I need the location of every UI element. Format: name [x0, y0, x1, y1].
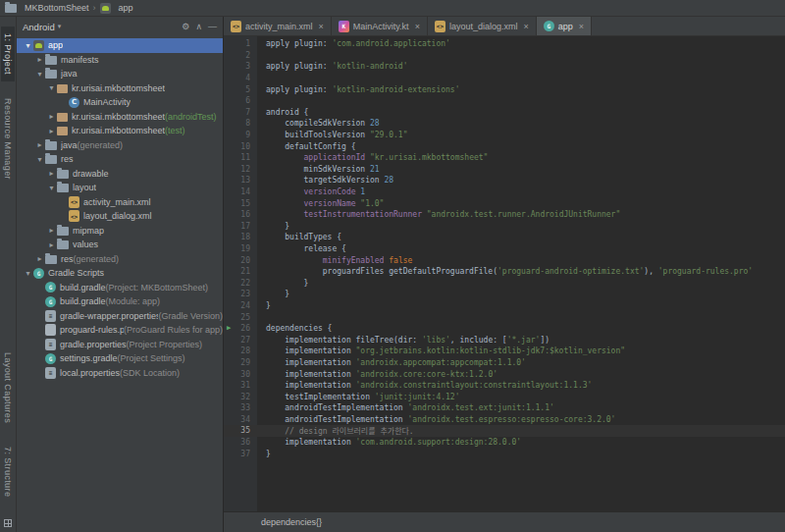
tree-item-res[interactable]: ▾res [17, 152, 223, 167]
editor-column: <>activity_main.xml×KMainActivity.kt×<>l… [224, 17, 785, 532]
code-line: 28 implementation "org.jetbrains.kotlin:… [224, 346, 785, 357]
settings-gear-icon[interactable]: ⚙ [182, 22, 189, 31]
chevron-right-icon[interactable]: ▸ [46, 240, 57, 249]
code-token: implementation [266, 358, 356, 367]
code-token: 'androidx.test.ext:junit:1.1.1' [408, 403, 554, 412]
line-number: 2 [224, 51, 257, 60]
tree-item-kr-urisai-mkbottomsheet-androidtest[interactable]: ▸kr.urisai.mkbottomsheet (androidTest) [17, 110, 223, 125]
properties-file-icon: ≡ [45, 310, 56, 322]
editor-tab-activity-main-xml[interactable]: <>activity_main.xml× [224, 17, 332, 35]
chevron-right-icon[interactable]: ▸ [34, 254, 45, 263]
tree-item-app[interactable]: ▾app [17, 38, 223, 53]
editor-tab-layout-dialog-xml[interactable]: <>layout_dialog.xml× [428, 17, 537, 35]
tree-item-java[interactable]: ▾java [17, 67, 223, 81]
tool-strip-button-7-structure[interactable]: 7: Structure [1, 440, 15, 504]
tool-strip-button-resource-manager[interactable]: Resource Manager [1, 91, 15, 186]
chevron-right-icon[interactable]: ▸ [34, 55, 45, 64]
chevron-right-icon[interactable]: ▸ [46, 112, 57, 121]
close-icon[interactable]: × [319, 22, 324, 31]
code-line-text: implementation 'androidx.constraintlayou… [257, 381, 592, 390]
tree-item-build-gradle-module-app[interactable]: Gbuild.gradle (Module: app) [17, 294, 223, 309]
tree-item-settings-gradle-project-settings[interactable]: Gsettings.gradle (Project Settings) [17, 351, 223, 366]
code-token [266, 187, 304, 196]
toolwindow-switcher-icon[interactable] [4, 519, 12, 527]
tool-strip-button-1-project[interactable]: 1: Project [1, 27, 15, 81]
code-token: // design 라이브러리를 추가한다. [266, 427, 414, 436]
tree-item-mipmap[interactable]: ▸mipmap [17, 224, 223, 239]
code-token: "org.jetbrains.kotlin:kotlin-stdlib-jdk7… [356, 346, 626, 355]
code-editor[interactable]: 1apply plugin: 'com.android.application'… [224, 36, 785, 511]
tab-label: activity_main.xml [245, 22, 313, 31]
breadcrumb-project[interactable]: MKBottomSheet [25, 3, 89, 13]
close-icon[interactable]: × [523, 22, 528, 31]
close-icon[interactable]: × [579, 22, 584, 31]
hide-panel-icon[interactable]: — [208, 22, 217, 31]
line-number: 10 [224, 142, 257, 151]
tree-item-proguard-rules-pro-proguard-rules-for-app[interactable]: proguard-rules.pro (ProGuard Rules for a… [17, 323, 223, 338]
tree-item-suffix: (generated) [78, 140, 124, 150]
tree-item-drawable[interactable]: ▸drawable [17, 167, 223, 182]
breadcrumb-module[interactable]: app [119, 3, 133, 13]
code-token: 'kotlin-android' [332, 62, 407, 71]
project-view-label: Android [23, 22, 55, 32]
code-token: 'androidx.test.espresso:espresso-core:3.… [408, 415, 616, 424]
code-line: 2 [224, 50, 785, 62]
chevron-down-icon[interactable]: ▾ [34, 155, 45, 164]
code-line: 32 testImplementation 'junit:junit:4.12' [224, 391, 785, 402]
tree-item-gradle-wrapper-properties-gradle-version[interactable]: ≡gradle-wrapper.properties (Gradle Versi… [17, 309, 223, 324]
code-token: 28 [370, 119, 380, 128]
tree-item-manifests[interactable]: ▸manifests [17, 53, 223, 68]
line-number: 8 [224, 119, 257, 128]
chevron-down-icon[interactable]: ▾ [23, 269, 33, 278]
chevron-down-icon[interactable]: ▾ [23, 41, 33, 50]
chevron-right-icon[interactable]: ▸ [46, 226, 57, 235]
gradle-file-icon: G [45, 296, 56, 307]
code-token: 28 [384, 176, 393, 185]
chevron-down-icon[interactable]: ▾ [46, 184, 57, 192]
code-line-text: implementation 'com.android.support:desi… [257, 438, 521, 447]
project-panel-header: Android ▾ ⚙∧— [17, 17, 223, 36]
close-icon[interactable]: × [415, 22, 420, 31]
code-line-text: defaultConfig { [257, 142, 356, 151]
breadcrumb-scope[interactable]: dependencies{} [261, 517, 322, 527]
code-line-text: } [257, 290, 289, 298]
project-view-selector[interactable]: Android ▾ [23, 22, 61, 32]
line-number: 29 [224, 358, 257, 367]
run-gutter-icon[interactable]: ▶ [227, 324, 231, 332]
tree-item-activity-main-xml[interactable]: <>activity_main.xml [17, 195, 223, 210]
tree-item-kr-urisai-mkbottomsheet[interactable]: ▾kr.urisai.mkbottomsheet [17, 81, 223, 96]
editor-tab-app[interactable]: Gapp× [537, 17, 592, 35]
chevron-right-icon[interactable]: ▸ [46, 169, 57, 178]
code-line-text: release { [257, 244, 346, 253]
code-line: 14 versionCode 1 [224, 186, 785, 198]
code-line: 3apply plugin: 'kotlin-android' [224, 61, 785, 73]
code-token: targetSdkVersion [266, 176, 384, 185]
tree-item-build-gradle-project-mkbottomsheet[interactable]: Gbuild.gradle (Project: MKBottomSheet) [17, 281, 223, 295]
code-line-text: versionCode 1 [257, 187, 365, 196]
tree-item-res-generated[interactable]: ▸res (generated) [17, 252, 223, 267]
tree-item-gradle-properties-project-properties[interactable]: ≡gradle.properties (Project Properties) [17, 338, 223, 352]
line-number: 21 [224, 267, 257, 276]
tree-item-values[interactable]: ▸values [17, 238, 223, 252]
tree-item-local-properties-sdk-location[interactable]: ≡local.properties (SDK Location) [17, 366, 223, 381]
tree-item-mainactivity[interactable]: CMainActivity [17, 95, 223, 110]
folder-icon [45, 70, 57, 79]
tree-item-layout[interactable]: ▾layout [17, 181, 223, 195]
code-token: testInstrumentationRunner [304, 210, 422, 219]
editor-tab-mainactivity-kt[interactable]: KMainActivity.kt× [332, 17, 428, 35]
tree-item-suffix: (Gradle Version) [158, 311, 223, 321]
chevron-down-icon[interactable]: ▾ [34, 70, 45, 79]
chevron-right-icon[interactable]: ▸ [34, 140, 45, 149]
tree-item-kr-urisai-mkbottomsheet-test[interactable]: ▸kr.urisai.mkbottomsheet (test) [17, 124, 223, 138]
tree-item-layout-dialog-xml[interactable]: <>layout_dialog.xml [17, 209, 223, 224]
tree-item-java-generated[interactable]: ▸java (generated) [17, 138, 223, 153]
tool-strip-button-layout-captures[interactable]: Layout Captures [1, 346, 15, 430]
code-line-text: applicationId "kr.urisai.mkbottomsheet" [257, 153, 488, 162]
properties-file-icon: ≡ [45, 339, 56, 350]
tree-item-gradle-scripts[interactable]: ▾GGradle Scripts [17, 266, 223, 281]
chevron-down-icon[interactable]: ▾ [46, 83, 57, 92]
collapse-all-icon[interactable]: ∧ [195, 22, 202, 31]
code-token: release { [266, 244, 346, 253]
chevron-right-icon[interactable]: ▸ [46, 127, 57, 135]
tree-item-label: layout [73, 183, 96, 192]
